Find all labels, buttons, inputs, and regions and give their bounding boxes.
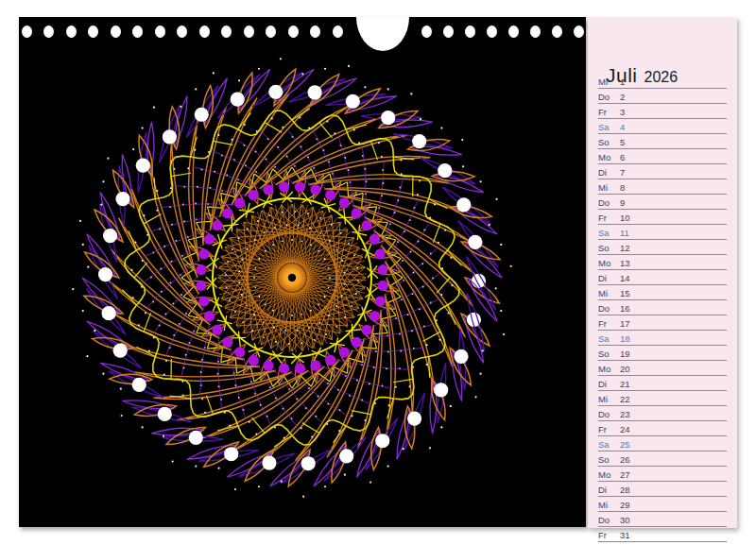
day-number: 10 xyxy=(620,213,630,224)
day-number: 23 xyxy=(620,409,630,420)
day-number: 22 xyxy=(620,394,630,405)
binding-hole xyxy=(552,26,562,38)
day-row: Do2 xyxy=(598,89,727,104)
day-label: Di xyxy=(598,485,620,496)
day-label: Mo xyxy=(598,258,620,269)
binding-hole xyxy=(132,26,143,38)
binding-hole xyxy=(22,26,32,38)
day-number: 5 xyxy=(620,137,625,148)
day-number: 1 xyxy=(620,77,625,88)
day-number: 30 xyxy=(620,515,630,526)
day-label: So xyxy=(598,243,620,254)
day-number: 4 xyxy=(620,122,625,133)
day-label: Do xyxy=(598,409,620,420)
day-row: Fr31 xyxy=(598,527,727,542)
binding-hole xyxy=(333,26,343,38)
day-list: Mi1Do2Fr3Sa4So5Mo6Di7Mi8Do9Fr10Sa11So12M… xyxy=(598,74,727,542)
day-label: Fr xyxy=(598,107,620,118)
day-label: Fr xyxy=(598,530,620,541)
day-row: Mo27 xyxy=(598,467,727,482)
day-number: 19 xyxy=(620,349,630,360)
day-row: Sa4 xyxy=(598,119,727,134)
day-label: Fr xyxy=(598,318,620,330)
day-row: Di28 xyxy=(598,482,727,497)
binding-hole xyxy=(155,26,165,38)
day-row: Mo20 xyxy=(598,361,727,376)
day-label: Mi xyxy=(598,500,620,511)
day-label: Do xyxy=(598,303,620,315)
day-label: Do xyxy=(598,515,620,526)
day-label: So xyxy=(598,349,620,360)
day-row: Sa18 xyxy=(598,331,727,346)
day-number: 24 xyxy=(620,424,630,435)
day-label: Fr xyxy=(598,213,620,224)
day-row: Do23 xyxy=(598,406,727,421)
day-row: Mi8 xyxy=(598,179,727,195)
binding-hole xyxy=(530,26,541,38)
day-label: Mo xyxy=(598,364,620,375)
mandala-artwork xyxy=(19,17,586,527)
day-label: Mi xyxy=(598,182,620,194)
binding-hole xyxy=(443,26,454,38)
day-number: 28 xyxy=(620,485,630,496)
day-row: Mo13 xyxy=(598,255,727,270)
day-row: Sa11 xyxy=(598,225,727,240)
day-row: So12 xyxy=(598,240,727,255)
day-row: Fr10 xyxy=(598,210,727,225)
day-row: Mi22 xyxy=(598,391,727,406)
day-number: 9 xyxy=(620,197,625,209)
day-label: Mo xyxy=(598,469,620,481)
day-row: Di14 xyxy=(598,270,727,285)
day-row: Mi1 xyxy=(598,74,727,89)
day-number: 11 xyxy=(620,228,629,239)
binding-hole xyxy=(221,26,232,38)
calendar-page: Juli2026 Mi1Do2Fr3Sa4So5Mo6Di7Mi8Do9Fr10… xyxy=(0,0,756,545)
day-row: So19 xyxy=(598,346,727,361)
day-label: Sa xyxy=(598,122,620,133)
day-label: Sa xyxy=(598,228,620,239)
day-number: 2 xyxy=(620,92,625,103)
day-label: Sa xyxy=(598,333,620,345)
binding-hole xyxy=(66,26,77,38)
day-number: 27 xyxy=(620,469,630,481)
day-row: Di21 xyxy=(598,376,727,391)
day-label: Mi xyxy=(598,77,620,88)
binding-hole xyxy=(288,26,299,38)
day-number: 8 xyxy=(620,182,625,194)
day-label: Sa xyxy=(598,439,620,451)
day-row: Mo6 xyxy=(598,149,727,164)
day-number: 15 xyxy=(620,288,630,299)
binding-hole xyxy=(310,26,320,38)
binding-hole xyxy=(177,26,187,38)
day-label: Fr xyxy=(598,424,620,435)
day-number: 12 xyxy=(620,243,630,254)
day-row: Sa25 xyxy=(598,436,727,451)
day-label: Di xyxy=(598,167,620,179)
day-row: So26 xyxy=(598,451,727,467)
binding-hole xyxy=(88,26,98,38)
day-number: 7 xyxy=(620,167,625,179)
day-row: Fr17 xyxy=(598,315,727,331)
day-row: Fr3 xyxy=(598,104,727,119)
day-label: Mo xyxy=(598,152,620,163)
day-label: Do xyxy=(598,197,620,209)
binding-hole xyxy=(111,26,121,38)
day-number: 29 xyxy=(620,500,630,511)
day-number: 25 xyxy=(620,439,630,451)
day-row: Do9 xyxy=(598,195,727,210)
day-number: 31 xyxy=(620,530,630,541)
day-row: So5 xyxy=(598,134,727,149)
day-row: Mi29 xyxy=(598,497,727,512)
day-number: 17 xyxy=(620,318,630,330)
day-number: 20 xyxy=(620,364,630,375)
day-label: So xyxy=(598,454,620,466)
day-number: 16 xyxy=(620,303,630,315)
day-row: Do16 xyxy=(598,300,727,315)
binding-hole xyxy=(487,26,497,38)
day-label: Mi xyxy=(598,394,620,405)
day-label: Do xyxy=(598,92,620,103)
day-row: Fr24 xyxy=(598,421,727,436)
binding-hole xyxy=(43,26,54,38)
day-number: 13 xyxy=(620,258,630,269)
binding-hole xyxy=(508,26,519,38)
